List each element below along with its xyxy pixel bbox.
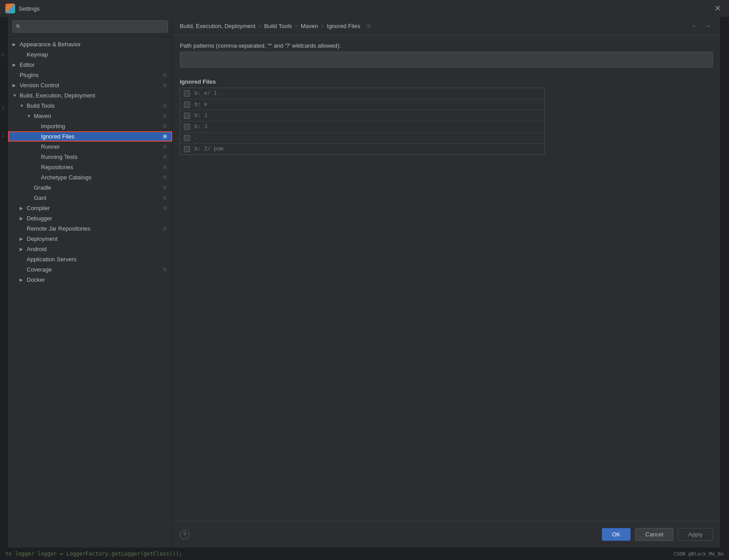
sidebar-item-maven[interactable]: Maven⊞ <box>8 111 172 121</box>
arrow-icon <box>12 42 20 47</box>
sidebar-item-keymap[interactable]: Keymap <box>8 49 172 60</box>
search-input[interactable] <box>12 20 168 32</box>
arrow-icon <box>20 216 27 221</box>
sidebar-item-gradle[interactable]: Gradle⊞ <box>8 183 172 193</box>
sidebar-item-label: Maven <box>34 113 162 119</box>
sidebar-item-debugger[interactable]: Debugger <box>8 213 172 223</box>
sidebar-item-label: Appearance & Behavior <box>20 41 168 48</box>
sidebar-item-build-execution-deployment[interactable]: Build, Execution, Deployment <box>8 90 172 101</box>
row-checkbox[interactable] <box>184 113 190 119</box>
row-checkbox[interactable] <box>184 90 190 97</box>
sidebar-item-label: Build, Execution, Deployment <box>20 92 168 99</box>
content-header: Build, Execution, Deployment > Build Too… <box>173 17 720 35</box>
settings-icon: ⊞ <box>162 267 168 272</box>
close-button[interactable]: ✕ <box>712 3 724 14</box>
sidebar-tree: Appearance & BehaviorKeymapEditorPlugins… <box>8 37 172 548</box>
sidebar-item-label: Importing <box>41 123 162 130</box>
breadcrumb: Build, Execution, Deployment > Build Too… <box>180 23 690 29</box>
nav-back-button[interactable]: ← <box>690 21 700 30</box>
sidebar-item-label: Version Control <box>20 82 162 89</box>
row-checkbox[interactable] <box>184 135 190 141</box>
content-main: Path patterns (comma-separated, '*' and … <box>173 35 720 521</box>
sidebar-item-importing[interactable]: Importing⊞ <box>8 121 172 131</box>
row-path: b: e <box>194 101 207 108</box>
code-marker: 2 <box>2 106 4 111</box>
dialog-title: Settings <box>19 5 40 12</box>
table-row: b: 2/ pom <box>180 144 544 154</box>
bottom-code-bar: to logger logger = LoggerFactory.getLogg… <box>0 548 729 560</box>
sidebar-item-label: Ignored Files <box>41 133 162 140</box>
sidebar-item-runner[interactable]: Runner⊞ <box>8 142 172 152</box>
sidebar-item-running-tests[interactable]: Running Tests⊞ <box>8 152 172 162</box>
sidebar-item-label: Docker <box>27 276 168 283</box>
settings-icon: ⊞ <box>162 195 168 201</box>
ignored-files-table: b: e/ lb: e b: J b: J . <box>180 88 545 155</box>
sidebar-item-version-control[interactable]: Version Control⊞ <box>8 80 172 90</box>
settings-icon: ⊞ <box>162 144 168 150</box>
row-checkbox[interactable] <box>184 124 190 130</box>
sidebar-item-label: Remote Jar Repositories <box>27 225 162 232</box>
settings-icon: ⊞ <box>162 103 168 109</box>
settings-icon: ⊞ <box>162 226 168 231</box>
sidebar-item-docker[interactable]: Docker <box>8 275 172 285</box>
sidebar-item-compiler[interactable]: Compiler⊞ <box>8 203 172 213</box>
search-input-wrapper <box>12 20 168 32</box>
sidebar-item-label: Build Tools <box>27 102 162 109</box>
sidebar-item-label: Debugger <box>27 215 168 222</box>
row-path: b: e/ l <box>194 90 217 97</box>
bottom-left: ? <box>180 530 190 540</box>
sidebar-item-coverage[interactable]: Coverage⊞ <box>8 264 172 275</box>
breadcrumb-current: Ignored Files <box>327 23 360 29</box>
sidebar-item-editor[interactable]: Editor <box>8 60 172 70</box>
arrow-icon <box>12 83 20 88</box>
arrow-icon <box>27 114 34 118</box>
sidebar-item-label: Gant <box>34 195 162 201</box>
row-path: b: 2/ pom <box>194 146 223 152</box>
sidebar-item-ignored-files[interactable]: Ignored Files⊞ <box>8 131 172 142</box>
code-marker: 2 <box>2 133 4 138</box>
title-bar-left: Settings <box>5 4 40 13</box>
settings-icon: ⊞ <box>162 123 168 129</box>
cancel-button[interactable]: Cancel <box>635 528 673 541</box>
sidebar-item-deployment[interactable]: Deployment <box>8 234 172 244</box>
title-bar: Settings ✕ <box>0 0 729 17</box>
ok-button[interactable]: OK <box>602 528 631 541</box>
sidebar-item-label: Android <box>27 246 168 252</box>
sidebar-item-gant[interactable]: Gant⊞ <box>8 193 172 203</box>
nav-forward-button[interactable]: → <box>703 21 713 30</box>
sidebar-item-label: Keymap <box>27 51 168 58</box>
sidebar-item-label: Application Servers <box>27 256 168 263</box>
table-row: b: e/ l <box>180 88 544 99</box>
row-checkbox[interactable] <box>184 146 190 152</box>
sidebar-item-label: Editor <box>20 61 168 68</box>
dialog-body: 6 2 2 Appearance & BehaviorKeymapEditorP… <box>0 17 729 548</box>
sidebar-item-archetype-catalogs[interactable]: Archetype Catalogs⊞ <box>8 172 172 183</box>
apply-button[interactable]: Apply <box>678 528 713 541</box>
arrow-icon <box>20 103 27 108</box>
sidebar-item-remote-jar-repositories[interactable]: Remote Jar Repositories⊞ <box>8 223 172 234</box>
help-button[interactable]: ? <box>180 530 190 540</box>
ignored-files-title: Ignored Files <box>180 78 713 85</box>
code-marker: 6 <box>2 53 4 57</box>
settings-icon: ⊞ <box>162 113 168 119</box>
path-patterns-input[interactable] <box>180 52 713 68</box>
row-path: b: J <box>194 124 207 130</box>
arrow-icon <box>20 247 27 252</box>
bottom-code-right: CSDN @Black_Me_Bo <box>673 551 724 557</box>
sidebar-item-label: Archetype Catalogs <box>41 174 162 181</box>
sidebar-item-plugins[interactable]: Plugins⊞ <box>8 70 172 80</box>
sidebar-item-repositories[interactable]: Repositories⊞ <box>8 162 172 172</box>
bottom-bar: ? OK Cancel Apply <box>173 521 720 548</box>
sidebar: Appearance & BehaviorKeymapEditorPlugins… <box>8 17 173 548</box>
settings-icon: ⊞ <box>162 82 168 88</box>
row-path: b: J <box>194 113 207 119</box>
row-checkbox[interactable] <box>184 101 190 108</box>
right-strip <box>720 17 729 548</box>
settings-icon: ⊞ <box>162 72 168 78</box>
sidebar-item-build-tools[interactable]: Build Tools⊞ <box>8 101 172 111</box>
sidebar-item-application-servers[interactable]: Application Servers <box>8 254 172 264</box>
sidebar-item-appearance-behavior[interactable]: Appearance & Behavior <box>8 39 172 49</box>
sidebar-item-android[interactable]: Android <box>8 244 172 254</box>
sidebar-item-label: Running Tests <box>41 154 162 160</box>
sidebar-item-label: Compiler <box>27 205 162 211</box>
